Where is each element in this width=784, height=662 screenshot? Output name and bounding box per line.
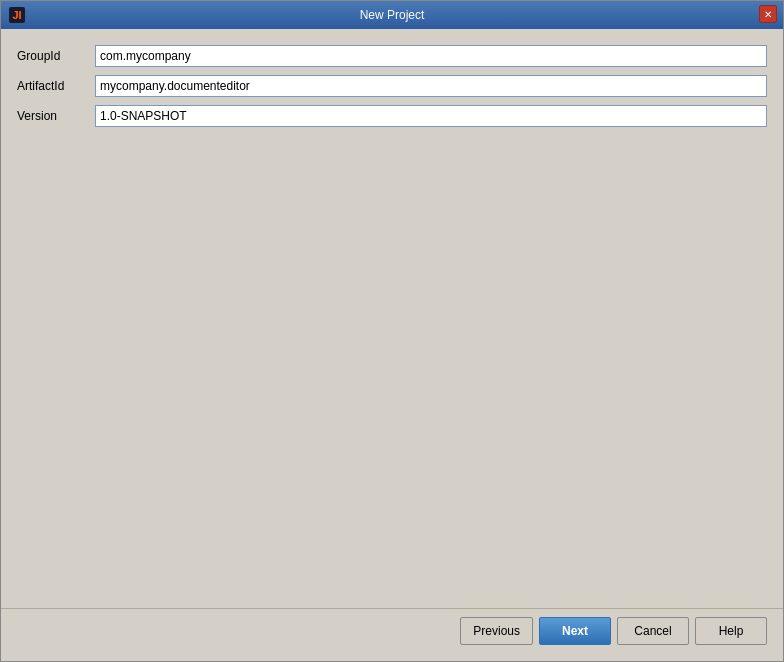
- button-bar: Previous Next Cancel Help: [1, 608, 783, 661]
- help-button[interactable]: Help: [695, 617, 767, 645]
- artifactid-label: ArtifactId: [17, 79, 87, 93]
- form-area: GroupId ArtifactId Version: [17, 45, 767, 127]
- version-input[interactable]: [95, 105, 767, 127]
- previous-button[interactable]: Previous: [460, 617, 533, 645]
- dialog-content: GroupId ArtifactId Version: [1, 29, 783, 608]
- close-button[interactable]: ✕: [759, 5, 777, 23]
- app-logo-icon: JI: [9, 7, 25, 23]
- next-button[interactable]: Next: [539, 617, 611, 645]
- version-row: Version: [17, 105, 767, 127]
- version-label: Version: [17, 109, 87, 123]
- title-bar: JI New Project ✕: [1, 1, 783, 29]
- artifactid-row: ArtifactId: [17, 75, 767, 97]
- groupid-row: GroupId: [17, 45, 767, 67]
- content-spacer: [17, 127, 767, 596]
- groupid-input[interactable]: [95, 45, 767, 67]
- new-project-dialog: JI New Project ✕ GroupId ArtifactId Vers…: [0, 0, 784, 662]
- dialog-title: New Project: [360, 8, 425, 22]
- cancel-button[interactable]: Cancel: [617, 617, 689, 645]
- groupid-label: GroupId: [17, 49, 87, 63]
- artifactid-input[interactable]: [95, 75, 767, 97]
